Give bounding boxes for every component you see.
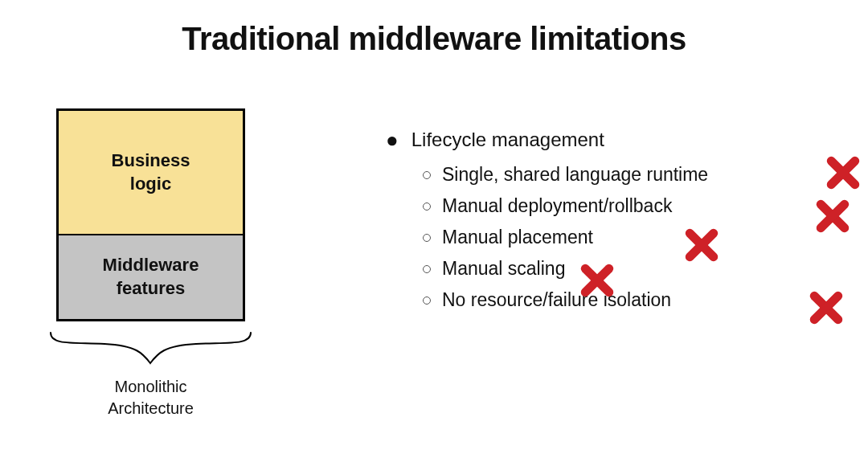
red-x-icon [825, 154, 862, 191]
sub-bullet: Manual scaling [423, 258, 836, 280]
sub-bullet-text: Manual deployment/rollback [442, 195, 672, 217]
hollow-bullet-icon [423, 234, 431, 242]
sub-bullet: Manual deployment/rollback [423, 195, 836, 217]
red-x-icon [579, 262, 616, 299]
sub-bullet: No resource/failure isolation [423, 289, 836, 311]
sub-bullet-text: Manual placement [442, 227, 593, 248]
sub-bullet: Single, shared language runtime [423, 164, 836, 186]
hollow-bullet-icon [423, 296, 431, 305]
hollow-bullet-icon [423, 202, 431, 211]
curly-brace-icon [48, 331, 253, 366]
sub-bullet-text: Single, shared language runtime [442, 164, 708, 186]
hollow-bullet-icon [423, 265, 431, 273]
architecture-middleware-features: Middlewarefeatures [59, 235, 243, 319]
sub-bullet-text: Manual scaling [442, 258, 565, 280]
hollow-bullet-icon [423, 171, 431, 179]
bullet-heading-text: Lifecycle management [411, 129, 604, 151]
slide-title: Traditional middleware limitations [0, 21, 868, 57]
architecture-business-logic: Businesslogic [59, 111, 243, 235]
architecture-caption: MonolithicArchitecture [56, 376, 245, 419]
sub-bullet-text: No resource/failure isolation [442, 289, 671, 311]
sub-bullet: Manual placement [423, 227, 836, 248]
bullet-heading: ● Lifecycle management [386, 129, 836, 151]
red-x-icon [808, 289, 845, 326]
red-x-icon [683, 227, 720, 264]
slide: Traditional middleware limitations Busin… [0, 0, 868, 458]
bullet-dot-icon: ● [386, 129, 399, 151]
red-x-icon [814, 198, 851, 235]
architecture-stack: Businesslogic Middlewarefeatures [56, 108, 245, 321]
